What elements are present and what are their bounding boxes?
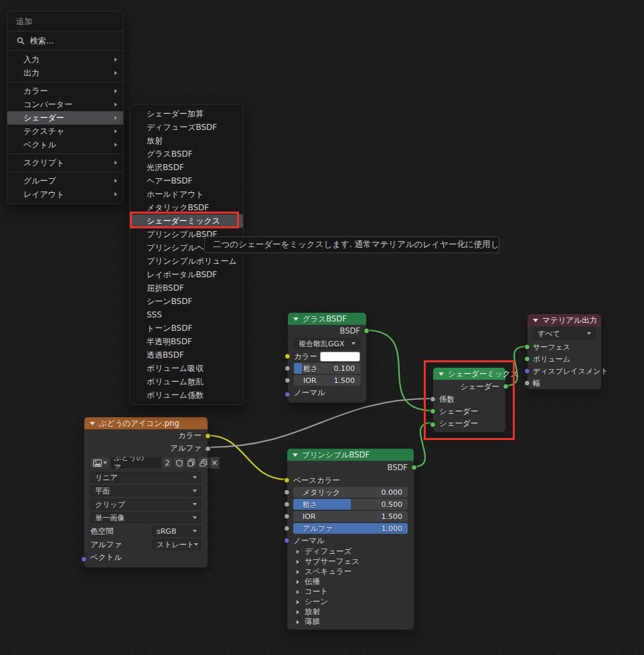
section-subsurface[interactable]: サブサーフェス — [287, 557, 414, 567]
mix-shader-header[interactable]: シェーダーミックス — [433, 368, 505, 380]
distribution-dropdown[interactable]: 複合散乱GGX — [294, 338, 360, 349]
image-alpha-output-socket[interactable] — [205, 445, 211, 451]
glass-node-header[interactable]: グラスBSDF — [288, 313, 366, 325]
menu-item-texture[interactable]: テクスチャ — [7, 125, 123, 138]
submenu-item-sss[interactable]: SSS — [130, 308, 243, 321]
node-mix-shader[interactable]: シェーダーミックス シェーダー 係数 シェーダー シェーダー — [432, 367, 506, 433]
users-count-button[interactable]: 2 — [162, 457, 173, 469]
collapse-chevron-icon[interactable] — [90, 422, 95, 425]
extension-dropdown[interactable]: クリップ — [90, 499, 202, 510]
submenu-item-metallic-bsdf[interactable]: メタリックBSDF — [130, 201, 243, 214]
submenu-item-transparent-bsdf[interactable]: 透過BSDF — [130, 348, 243, 362]
interpolation-dropdown[interactable]: リニア — [90, 472, 202, 483]
submenu-item-volume-absorption[interactable]: ボリューム吸収 — [130, 362, 243, 375]
submenu-item-hair-bsdf[interactable]: ヘアーBSDF — [130, 174, 243, 188]
image-node-header[interactable]: ぶどうのアイコン.png — [84, 417, 208, 429]
metallic-slider[interactable]: メタリック 0.000 — [293, 487, 408, 498]
submenu-item-sheen-bsdf[interactable]: シーンBSDF — [130, 295, 243, 308]
section-coat[interactable]: コート — [287, 587, 414, 597]
node-glass-bsdf[interactable]: グラスBSDF BSDF 複合散乱GGX カラー 粗さ 0.100 IOR 1.… — [287, 312, 367, 403]
collapse-chevron-icon[interactable] — [293, 453, 298, 457]
collapse-chevron-icon[interactable] — [293, 317, 299, 321]
menu-item-shader[interactable]: シェーダー — [7, 111, 123, 125]
search-menu-item[interactable]: 検索... — [7, 33, 123, 48]
submenu-item-principled-volume[interactable]: プリンシプルボリューム — [130, 254, 243, 268]
submenu-item-emission[interactable]: 放射 — [130, 134, 243, 147]
menu-item-converter[interactable]: コンバーター — [7, 98, 123, 111]
mix-fac-input-socket[interactable] — [430, 396, 436, 403]
glass-roughness-input-socket[interactable] — [285, 366, 291, 372]
color-swatch[interactable] — [320, 352, 360, 362]
fake-user-button[interactable] — [173, 457, 185, 469]
submenu-item-glossy-bsdf[interactable]: 光沢BSDF — [130, 161, 243, 174]
section-specular[interactable]: スペキュラー — [287, 567, 414, 577]
section-thin-film[interactable]: 薄膜 — [287, 617, 414, 630]
section-diffuse[interactable]: ディフューズ — [287, 547, 414, 557]
submenu-item-volume-scatter[interactable]: ボリューム散乱 — [130, 375, 243, 388]
glass-bsdf-output-socket[interactable] — [364, 328, 370, 334]
ior-slider[interactable]: IOR 1.500 — [293, 511, 408, 522]
vector-input-socket[interactable] — [81, 557, 87, 563]
projection-dropdown[interactable]: 平面 — [90, 486, 202, 496]
principled-bsdf-output-socket[interactable] — [411, 465, 417, 471]
submenu-item-ray-portal-bsdf[interactable]: レイポータルBSDF — [130, 268, 243, 281]
section-transmission[interactable]: 伝播 — [287, 577, 414, 587]
browse-image-button[interactable] — [90, 457, 110, 469]
menu-item-color[interactable]: カラー — [7, 84, 123, 98]
normal-input-socket[interactable] — [284, 538, 290, 544]
ior-input-socket[interactable] — [284, 514, 290, 520]
menu-item-output[interactable]: 出力 — [7, 66, 123, 80]
metallic-input-socket[interactable] — [284, 490, 290, 496]
mix-shader1-input-socket[interactable] — [430, 409, 436, 415]
node-material-output[interactable]: マテリアル出力 すべて サーフェス ボリューム ディスプレイスメント 幅 — [527, 313, 602, 390]
alpha-mode-dropdown[interactable]: ストレート — [152, 539, 202, 550]
pack-image-button[interactable] — [197, 457, 209, 469]
glass-color-input-socket[interactable] — [285, 354, 291, 360]
thickness-input-row: 幅 — [528, 377, 601, 389]
section-emission[interactable]: 放射 — [287, 607, 414, 617]
submenu-item-toon-bsdf[interactable]: トーンBSDF — [130, 321, 243, 335]
base-color-input-socket[interactable] — [284, 478, 290, 484]
alpha-input-socket[interactable] — [284, 526, 290, 532]
alpha-slider[interactable]: アルファ 1.000 — [293, 523, 408, 534]
menu-item-layout[interactable]: レイアウト — [7, 188, 123, 201]
new-image-button[interactable] — [185, 457, 197, 469]
submenu-item-glass-bsdf[interactable]: グラスBSDF — [130, 147, 243, 161]
principled-header[interactable]: プリンシプルBSDF — [287, 449, 414, 461]
glass-normal-input-socket[interactable] — [285, 392, 291, 398]
submenu-item-translucent-bsdf[interactable]: 半透明BSDF — [130, 335, 243, 348]
glass-ior-input-socket[interactable] — [285, 378, 291, 384]
mix-shader-output-socket[interactable] — [503, 384, 509, 390]
target-dropdown[interactable]: すべて — [533, 328, 596, 340]
node-principled-bsdf[interactable]: プリンシプルBSDF BSDF ベースカラー メタリック 0.000 粗さ 0.… — [287, 448, 414, 630]
colorspace-dropdown[interactable]: sRGB — [152, 526, 202, 536]
ior-slider[interactable]: IOR 1.500 — [294, 375, 360, 386]
material-output-header[interactable]: マテリアル出力 — [528, 314, 601, 326]
section-sheen[interactable]: シーン — [287, 597, 414, 607]
source-dropdown[interactable]: 単一画像 — [90, 512, 202, 523]
roughness-input-socket[interactable] — [284, 502, 290, 508]
menu-item-vector[interactable]: ベクトル — [7, 138, 123, 151]
volume-input-socket[interactable] — [524, 356, 530, 362]
menu-item-script[interactable]: スクリプト — [7, 156, 123, 169]
unlink-image-button[interactable]: × — [210, 457, 220, 469]
collapse-chevron-icon[interactable] — [533, 319, 538, 322]
roughness-slider[interactable]: 粗さ 0.100 — [294, 363, 360, 374]
image-name-field[interactable]: ぶどうのア... — [110, 457, 161, 469]
displacement-input-socket[interactable] — [524, 368, 530, 374]
submenu-item-diffuse-bsdf[interactable]: ディフューズBSDF — [130, 121, 243, 134]
mix-shader2-input-socket[interactable] — [430, 422, 436, 428]
submenu-item-add-shader[interactable]: シェーダー加算 — [130, 107, 243, 121]
menu-item-input[interactable]: 入力 — [7, 53, 123, 66]
node-image-texture[interactable]: ぶどうのアイコン.png カラー アルファ ぶどうのア... 2 — [84, 417, 208, 568]
menu-item-group[interactable]: グループ — [7, 174, 123, 188]
collapse-chevron-icon[interactable] — [438, 372, 444, 376]
image-color-output-socket[interactable] — [205, 433, 211, 439]
submenu-item-volume-coefficients[interactable]: ボリューム係数 — [130, 388, 243, 402]
roughness-slider[interactable]: 粗さ 0.500 — [293, 499, 408, 510]
surface-input-socket[interactable] — [524, 344, 530, 350]
submenu-item-refraction-bsdf[interactable]: 屈折BSDF — [130, 281, 243, 295]
thickness-input-socket[interactable] — [524, 380, 530, 386]
submenu-item-mix-shader[interactable]: シェーダーミックス — [130, 214, 243, 228]
submenu-item-holdout[interactable]: ホールドアウト — [130, 188, 243, 201]
